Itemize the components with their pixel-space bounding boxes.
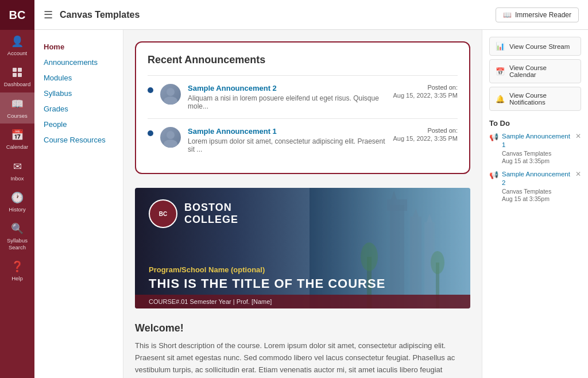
announcement-body-1: Sample Announcement 1 Lorem ipsum dolor … <box>188 127 386 153</box>
banner-overlay: BC BOSTON COLLEGE Program/School Name (o… <box>135 188 470 308</box>
todo-date-2: Aug 15 at 3:35pm <box>502 195 572 202</box>
view-course-calendar-button[interactable]: 📅 View Course Calendar <box>489 59 581 83</box>
course-stream-icon: 📊 <box>496 42 505 51</box>
sidebar-label-calendar: Calendar <box>6 144 29 150</box>
sidebar-label-help: Help <box>11 275 23 281</box>
announcement-body-2: Sample Announcement 2 Aliquam a nisi in … <box>188 84 386 110</box>
announcement-subject-2[interactable]: Sample Announcement 2 <box>188 84 386 92</box>
announcements-box: Recent Announcements Sample Announcement… <box>135 41 470 174</box>
sidebar-item-history[interactable]: 🕐 History <box>0 186 34 217</box>
announcement-meta-2: Posted on: Aug 15, 2022, 3:35 PM <box>393 84 458 99</box>
course-notifications-icon: 🔔 <box>496 95 505 103</box>
courses-icon: 📖 <box>10 97 24 111</box>
course-banner: BC BOSTON COLLEGE Program/School Name (o… <box>135 188 470 308</box>
immersive-reader-icon: 📖 <box>503 11 512 19</box>
sidebar-item-inbox[interactable]: ✉ Inbox <box>0 155 34 186</box>
course-notifications-label: View Course Notifications <box>509 92 575 106</box>
sidebar-item-calendar[interactable]: 📅 Calendar <box>0 124 34 155</box>
sidebar-label-syllabus-search: Syllabus Search <box>2 237 32 250</box>
announcements-title: Recent Announcements <box>148 54 458 66</box>
todo-date-1: Aug 15 at 3:35pm <box>502 157 572 164</box>
course-stream-label: View Course Stream <box>509 43 570 50</box>
svg-point-5 <box>164 97 177 105</box>
svg-point-4 <box>167 88 175 96</box>
history-icon: 🕐 <box>10 191 24 205</box>
sidebar-label-history: History <box>9 206 26 213</box>
course-nav-announcements[interactable]: Announcements <box>34 55 123 70</box>
view-course-stream-button[interactable]: 📊 View Course Stream <box>489 37 581 56</box>
announcement-preview-1: Lorem ipsum dolor sit amet, consectetur … <box>188 137 386 153</box>
left-sidebar: BC 👤 Account Dashboard 📖 Courses 📅 Calen… <box>0 0 34 378</box>
todo-link-1[interactable]: Sample Announcement 1 <box>502 132 572 149</box>
megaphone-icon-1: 📢 <box>489 133 498 141</box>
calendar-icon: 📅 <box>10 128 24 142</box>
announcement-preview-2: Aliquam a nisi in lorem posuere eleifend… <box>188 94 386 110</box>
topbar: ☰ Canvas Templates 📖 Immersive Reader <box>34 0 588 30</box>
announcement-date-2: Aug 15, 2022, 3:35 PM <box>393 92 458 99</box>
account-icon: 👤 <box>10 34 24 48</box>
sidebar-label-inbox: Inbox <box>10 175 24 182</box>
sidebar-item-dashboard[interactable]: Dashboard <box>0 61 34 92</box>
hamburger-button[interactable]: ☰ <box>44 9 53 21</box>
svg-rect-0 <box>13 68 17 72</box>
banner-program: Program/School Name (optional) <box>149 265 457 274</box>
todo-link-2[interactable]: Sample Announcement 2 <box>502 170 572 187</box>
todo-title: To Do <box>489 119 581 128</box>
svg-rect-1 <box>18 68 22 72</box>
dashboard-icon <box>10 65 24 79</box>
todo-section: To Do 📢 Sample Announcement 1 Canvas Tem… <box>489 119 581 202</box>
sidebar-item-account[interactable]: 👤 Account <box>0 30 34 61</box>
immersive-reader-label: Immersive Reader <box>515 11 571 19</box>
avatar-1 <box>160 127 181 148</box>
banner-course-title: THIS IS THE TITLE OF THE COURSE <box>149 276 457 291</box>
course-nav: Home Announcements Modules Syllabus Grad… <box>34 30 123 378</box>
svg-point-6 <box>167 131 175 139</box>
welcome-text: This is Short description of the course.… <box>135 340 470 378</box>
announcement-item-1: Sample Announcement 1 Lorem ipsum dolor … <box>148 118 458 161</box>
unread-dot-1 <box>148 130 153 136</box>
announcement-meta-1: Posted on: Aug 15, 2022, 3:35 PM <box>393 127 458 142</box>
svg-point-7 <box>164 140 177 148</box>
help-icon: ❓ <box>10 260 24 273</box>
announcement-date-1: Aug 15, 2022, 3:35 PM <box>393 135 458 142</box>
main-content: Recent Announcements Sample Announcement… <box>123 30 482 378</box>
avatar-2 <box>160 84 181 105</box>
inbox-icon: ✉ <box>10 160 24 173</box>
course-nav-modules[interactable]: Modules <box>34 70 123 86</box>
right-sidebar: 📊 View Course Stream 📅 View Course Calen… <box>482 30 588 378</box>
app-logo: BC <box>0 0 34 30</box>
todo-course-1: Canvas Templates <box>502 150 572 157</box>
todo-close-2[interactable]: ✕ <box>575 170 581 178</box>
view-course-notifications-button[interactable]: 🔔 View Course Notifications <box>489 87 581 111</box>
course-nav-syllabus[interactable]: Syllabus <box>34 86 123 101</box>
course-nav-home[interactable]: Home <box>34 39 123 55</box>
todo-close-1[interactable]: ✕ <box>575 132 581 140</box>
banner-footer: COURSE#.01 Semester Year | Prof. [Name] <box>135 295 470 308</box>
syllabus-search-icon: 🔍 <box>10 222 24 236</box>
course-nav-grades[interactable]: Grades <box>34 101 123 117</box>
welcome-title: Welcome! <box>135 322 470 334</box>
banner-seal: BC <box>149 199 177 228</box>
course-nav-people[interactable]: People <box>34 117 123 132</box>
sidebar-item-help[interactable]: ❓ Help <box>0 255 34 286</box>
sidebar-label-account: Account <box>7 50 27 56</box>
course-nav-course-resources[interactable]: Course Resources <box>34 132 123 148</box>
sidebar-item-courses[interactable]: 📖 Courses <box>0 92 34 124</box>
todo-item-2: 📢 Sample Announcement 2 Canvas Templates… <box>489 170 581 202</box>
unread-dot <box>148 87 153 93</box>
welcome-section: Welcome! This is Short description of th… <box>135 322 470 378</box>
announcement-subject-1[interactable]: Sample Announcement 1 <box>188 127 386 136</box>
course-calendar-label: View Course Calendar <box>509 64 575 78</box>
course-calendar-icon: 📅 <box>496 67 505 76</box>
page-title: Canvas Templates <box>60 10 140 20</box>
todo-course-2: Canvas Templates <box>502 188 572 195</box>
sidebar-label-courses: Courses <box>7 113 27 119</box>
megaphone-icon-2: 📢 <box>489 171 498 179</box>
sidebar-item-syllabus-search[interactable]: 🔍 Syllabus Search <box>0 217 34 255</box>
svg-rect-3 <box>18 73 22 77</box>
svg-rect-2 <box>13 73 17 77</box>
immersive-reader-button[interactable]: 📖 Immersive Reader <box>496 7 579 22</box>
banner-college-name: BOSTON COLLEGE <box>184 202 238 226</box>
todo-item-1: 📢 Sample Announcement 1 Canvas Templates… <box>489 132 581 164</box>
sidebar-label-dashboard: Dashboard <box>4 81 30 87</box>
